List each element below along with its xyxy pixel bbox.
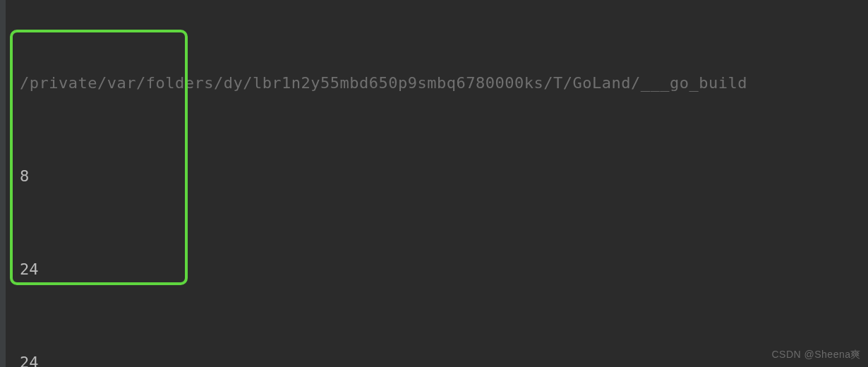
run-path-line: /private/var/folders/dy/lbr1n2y55mbd650p… <box>20 68 868 99</box>
output-line: 24 <box>20 347 868 367</box>
console-output[interactable]: /private/var/folders/dy/lbr1n2y55mbd650p… <box>0 0 868 367</box>
output-line: 24 <box>20 254 868 285</box>
gutter-strip <box>0 0 6 367</box>
watermark-text: CSDN @Sheena爽 <box>771 349 861 361</box>
output-line: 8 <box>20 161 868 192</box>
